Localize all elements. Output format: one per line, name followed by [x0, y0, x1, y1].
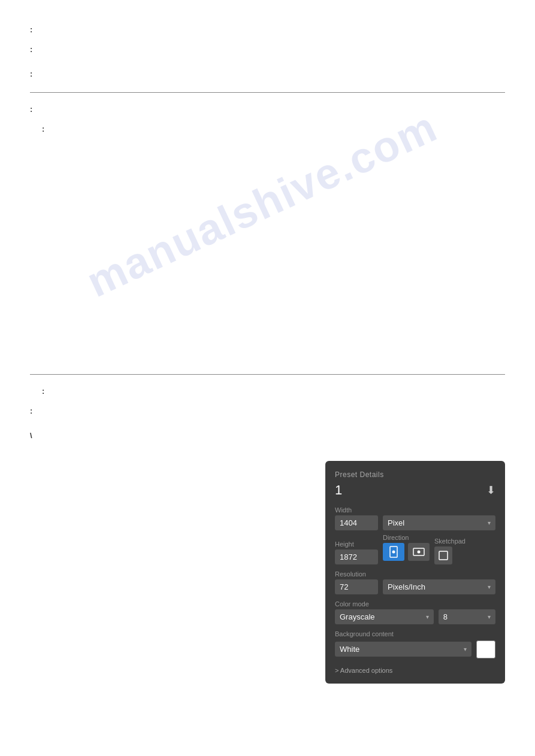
background-content-dropdown[interactable]: White ▾ [335, 642, 471, 657]
section-5: \ [30, 430, 505, 442]
width-row: Pixel ▾ [335, 515, 495, 530]
color-mode-label: Color mode [335, 600, 495, 608]
bullet-line: \ [30, 430, 505, 442]
bullet-colon: : [30, 405, 32, 418]
svg-point-1 [392, 551, 395, 554]
svg-point-3 [418, 551, 421, 554]
section-divider-2 [30, 374, 505, 375]
height-label: Height [335, 541, 378, 548]
resolution-unit-dropdown[interactable]: Pixels/Inch ▾ [383, 579, 495, 594]
bullet-line: : [30, 68, 505, 81]
background-content-label: Background content [335, 630, 495, 637]
landscape-button[interactable] [408, 543, 430, 561]
bullet-line: : [30, 104, 505, 116]
height-input[interactable] [335, 549, 378, 564]
resolution-input[interactable] [335, 579, 378, 594]
color-mode-value: Grayscale [340, 612, 375, 621]
background-content-chevron: ▾ [464, 646, 467, 652]
background-content-row: White ▾ [335, 639, 495, 658]
page-content: : : : : : : [0, 0, 535, 478]
bullet-line: : [30, 44, 505, 56]
panel-header-row: 1 ⬇ [335, 482, 495, 498]
width-input[interactable] [335, 515, 378, 530]
section-2: : [30, 68, 505, 81]
bullet-colon: : [30, 68, 32, 81]
direction-buttons [383, 543, 430, 561]
direction-label: Direction [383, 534, 430, 541]
bit-depth-chevron: ▾ [488, 614, 491, 620]
preset-panel-wrapper: Preset Details 1 ⬇ Width Pixel ▾ Height … [325, 461, 505, 684]
resolution-row: Pixels/Inch ▾ [335, 579, 495, 594]
panel-title: Preset Details [335, 470, 495, 479]
width-unit-dropdown[interactable]: Pixel ▾ [383, 515, 495, 530]
preset-panel: Preset Details 1 ⬇ Width Pixel ▾ Height … [325, 461, 505, 684]
height-direction-row: Height Direction [335, 534, 495, 564]
bullet-line: : [30, 405, 505, 418]
section-4: : : [30, 385, 505, 418]
bullet-colon: : [42, 123, 44, 136]
resolution-unit-chevron: ▾ [488, 584, 491, 590]
svg-rect-4 [439, 551, 448, 560]
portrait-button[interactable] [383, 543, 404, 561]
section-divider-1 [30, 92, 505, 93]
preset-name: 1 [335, 482, 342, 498]
resolution-unit-label: Pixels/Inch [388, 582, 425, 591]
color-mode-chevron: ▾ [426, 614, 429, 620]
background-content-value: White [340, 645, 359, 654]
section-3: : : [30, 104, 505, 136]
sketchpad-label: Sketchpad [434, 538, 466, 545]
color-mode-dropdown[interactable]: Grayscale ▾ [335, 609, 434, 624]
width-label: Width [335, 506, 495, 514]
advanced-options-toggle[interactable]: > Advanced options [335, 667, 495, 674]
bullet-colon: : [30, 104, 32, 116]
bullet-line: : [42, 385, 505, 398]
bullet-line: : [42, 123, 505, 136]
width-unit-label: Pixel [388, 518, 404, 527]
bit-depth-dropdown[interactable]: 8 ▾ [439, 609, 495, 624]
bullet-colon: : [30, 24, 32, 37]
bullet-backslash: \ [30, 430, 32, 442]
section-1: : : [30, 24, 505, 56]
bit-depth-value: 8 [443, 612, 448, 621]
empty-space [30, 148, 505, 363]
bullet-line: : [30, 24, 505, 37]
background-color-swatch[interactable] [476, 640, 495, 658]
width-unit-chevron: ▾ [488, 520, 491, 526]
download-icon[interactable]: ⬇ [486, 484, 495, 497]
bullet-colon: : [42, 385, 44, 398]
resolution-label: Resolution [335, 570, 495, 578]
sketchpad-group: Sketchpad [434, 538, 466, 564]
color-mode-row: Grayscale ▾ 8 ▾ [335, 609, 495, 624]
sketchpad-button[interactable] [434, 546, 452, 564]
height-group: Height [335, 541, 378, 564]
bullet-colon: : [30, 44, 32, 56]
direction-group: Direction [383, 534, 430, 564]
